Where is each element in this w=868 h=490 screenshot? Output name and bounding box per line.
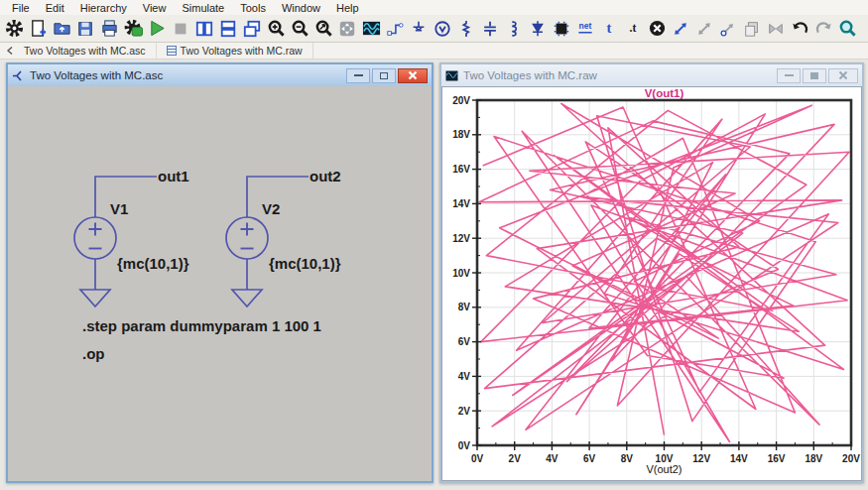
minimize-button[interactable] (777, 68, 801, 83)
step-directive[interactable]: .step param dummyparam 1 100 1 (82, 317, 321, 334)
menu-window[interactable]: Window (274, 2, 328, 14)
wire-button[interactable] (383, 16, 407, 42)
maximize-button[interactable] (372, 68, 396, 83)
redo-button[interactable] (811, 16, 835, 42)
waveform-plot[interactable]: 0V0V2V2V4V4V6V6V8V8V10V10V12V12V14V14V16… (442, 87, 863, 482)
close-button[interactable] (398, 68, 428, 83)
component-button[interactable] (550, 16, 573, 42)
zoom-in-button[interactable] (264, 16, 288, 42)
svg-text:4V: 4V (458, 371, 471, 382)
settings-gear-button[interactable] (2, 16, 26, 42)
settings-gear-icon (5, 19, 24, 38)
schematic-drawing (8, 86, 432, 481)
menu-bar: File Edit Hierarchy View Simulate Tools … (0, 0, 868, 15)
control-panel-button[interactable] (121, 16, 145, 42)
zoom-out-icon (291, 19, 310, 38)
run-button[interactable] (145, 16, 169, 42)
find-button[interactable] (835, 16, 859, 42)
new-schematic-icon (29, 19, 48, 38)
open-folder-icon (53, 19, 71, 38)
tile-vertical-icon (195, 20, 213, 38)
schematic-window-titlebar[interactable]: Two Voltages with MC.asc (8, 64, 432, 86)
pan-button[interactable] (335, 16, 359, 42)
text-tool-button[interactable]: t (597, 16, 621, 42)
undo-icon (791, 19, 809, 38)
svg-text:14V: 14V (452, 198, 470, 209)
net-label-button[interactable]: net (573, 16, 597, 42)
print-button[interactable] (97, 16, 121, 42)
mirror-button[interactable] (764, 16, 788, 42)
zoom-in-icon (267, 19, 286, 38)
net-label-out1[interactable]: out1 (158, 168, 189, 184)
close-button[interactable] (828, 68, 858, 83)
ground-icon (410, 20, 428, 38)
op-directive[interactable]: .op (82, 345, 105, 362)
capacitor-button[interactable] (478, 16, 502, 42)
halt-button[interactable] (169, 16, 192, 42)
drag-button[interactable] (692, 16, 716, 42)
resistor-button[interactable] (454, 16, 478, 42)
redo-icon (814, 19, 833, 38)
zoom-out-button[interactable] (288, 16, 311, 42)
tab-waveform[interactable]: Two Voltages with MC.raw (157, 43, 313, 59)
menu-help[interactable]: Help (328, 2, 367, 14)
waveform-window-icon (445, 69, 458, 82)
minimize-icon (354, 74, 363, 76)
spice-directive-button[interactable]: .t (621, 16, 645, 42)
chevron-left-icon[interactable] (6, 47, 14, 55)
v1-name-label[interactable]: V1 (110, 200, 128, 217)
zoom-full-extents-button[interactable] (311, 16, 335, 42)
inductor-button[interactable] (502, 16, 526, 42)
svg-text:10V: 10V (452, 268, 470, 279)
zoom-full-extents-icon (314, 19, 333, 38)
waveform-window-titlebar[interactable]: Two Voltages with MC.raw (441, 64, 862, 86)
voltage-source-icon (434, 20, 451, 38)
tab-schematic-label: Two Voltages with MC.asc (24, 45, 146, 57)
waveform-window-title: Two Voltages with MC.raw (463, 69, 597, 81)
v1-value-label[interactable]: {mc(10,1)} (117, 255, 189, 272)
delete-button[interactable] (645, 16, 669, 42)
inductor-icon (505, 20, 523, 38)
menu-file[interactable]: File (4, 2, 38, 14)
v2-ground-symbol[interactable] (232, 290, 262, 306)
tile-horizontal-button[interactable] (216, 16, 240, 42)
menu-simulate[interactable]: Simulate (174, 2, 232, 14)
waveform-viewer-button[interactable] (359, 16, 383, 42)
diode-icon (529, 20, 547, 38)
save-button[interactable] (73, 16, 97, 42)
tab-schematic[interactable]: Two Voltages with MC.asc (14, 43, 157, 59)
maximize-button[interactable] (803, 68, 826, 83)
voltage-source-button[interactable] (431, 16, 454, 42)
net-label-out2[interactable]: out2 (310, 168, 341, 184)
v1-ground-symbol[interactable] (80, 290, 110, 306)
move-button[interactable] (669, 16, 692, 42)
svg-text:t: t (607, 20, 612, 36)
schematic-window-icon (12, 69, 25, 82)
v1-plus-sign (89, 223, 102, 236)
undo-button[interactable] (788, 16, 811, 42)
ground-button[interactable] (407, 16, 431, 42)
waveform-pane: V(out1) 0V0V2V2V4V4V6V6V8V8V10V10V12V12V… (441, 86, 862, 481)
open-file-button[interactable] (50, 16, 73, 42)
new-schematic-button[interactable] (26, 16, 50, 42)
menu-edit[interactable]: Edit (38, 2, 72, 14)
waveform-window: Two Voltages with MC.raw V(out1) 0V0V2V2… (439, 62, 864, 483)
svg-text:6V: 6V (458, 336, 471, 347)
tile-vertical-button[interactable] (192, 16, 216, 42)
diode-button[interactable] (526, 16, 550, 42)
v2-name-label[interactable]: V2 (262, 200, 280, 217)
menu-tools[interactable]: Tools (232, 2, 274, 14)
schematic-canvas[interactable]: out1 out2 V1 V2 {mc(10,1)} {mc(10,1)} .s… (8, 86, 432, 481)
cascade-windows-button[interactable] (240, 16, 264, 42)
v2-value-label[interactable]: {mc(10,1)} (269, 255, 341, 272)
spice-directive-icon: .t (624, 19, 642, 38)
mdi-desktop: Two Voltages with MC.asc (0, 60, 868, 490)
svg-text:16V: 16V (452, 164, 470, 175)
x-axis-label: V(out2) (477, 463, 851, 475)
copy-button[interactable] (740, 16, 764, 42)
minimize-button[interactable] (346, 68, 370, 83)
find-icon (838, 19, 857, 38)
menu-view[interactable]: View (135, 2, 175, 14)
drag-node-button[interactable] (716, 16, 740, 42)
menu-hierarchy[interactable]: Hierarchy (72, 2, 135, 14)
